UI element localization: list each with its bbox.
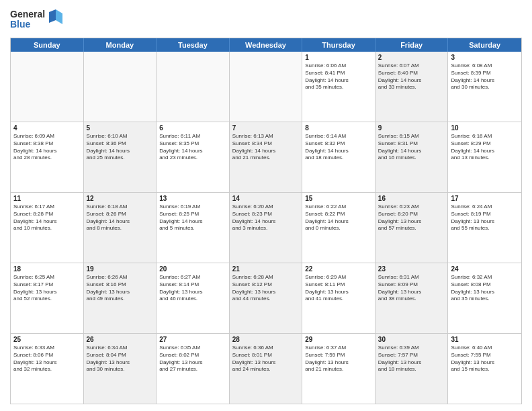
cal-cell: 22Sunrise: 6:29 AMSunset: 8:11 PMDayligh… (302, 263, 375, 333)
cal-cell: 21Sunrise: 6:28 AMSunset: 8:12 PMDayligh… (230, 263, 303, 333)
cell-info: Sunrise: 6:18 AMSunset: 8:26 PMDaylight:… (87, 203, 154, 232)
day-number: 16 (378, 195, 445, 202)
day-number: 23 (378, 265, 445, 273)
day-number: 31 (451, 336, 519, 343)
day-number: 20 (159, 265, 226, 273)
day-number: 21 (232, 265, 300, 273)
cell-info: Sunrise: 6:40 AMSunset: 7:55 PMDaylight:… (451, 345, 519, 373)
cal-cell: 31Sunrise: 6:40 AMSunset: 7:55 PMDayligh… (448, 334, 521, 404)
cal-cell: 29Sunrise: 6:37 AMSunset: 7:59 PMDayligh… (302, 334, 375, 404)
cal-cell: 1Sunrise: 6:06 AMSunset: 8:41 PMDaylight… (302, 52, 375, 122)
week-row-5: 25Sunrise: 6:33 AMSunset: 8:06 PMDayligh… (11, 333, 521, 404)
cell-info: Sunrise: 6:25 AMSunset: 8:17 PMDaylight:… (13, 274, 81, 303)
cal-cell (84, 52, 157, 122)
day-header-thursday: Thursday (302, 38, 375, 52)
cell-info: Sunrise: 6:27 AMSunset: 8:14 PMDaylight:… (159, 274, 226, 303)
day-number: 29 (305, 336, 372, 343)
cal-cell: 15Sunrise: 6:22 AMSunset: 8:22 PMDayligh… (302, 193, 375, 263)
day-number: 3 (451, 54, 519, 61)
day-header-sunday: Sunday (11, 38, 84, 52)
day-number: 4 (13, 124, 81, 132)
day-header-tuesday: Tuesday (157, 38, 230, 52)
calendar-header: SundayMondayTuesdayWednesdayThursdayFrid… (11, 38, 521, 52)
day-number: 17 (451, 195, 519, 202)
cell-info: Sunrise: 6:37 AMSunset: 7:59 PMDaylight:… (305, 345, 372, 373)
cell-info: Sunrise: 6:06 AMSunset: 8:41 PMDaylight:… (305, 62, 372, 91)
cell-info: Sunrise: 6:07 AMSunset: 8:40 PMDaylight:… (378, 62, 445, 91)
cal-cell (230, 52, 303, 122)
cal-cell: 11Sunrise: 6:17 AMSunset: 8:28 PMDayligh… (11, 193, 84, 263)
svg-marker-3 (49, 9, 56, 23)
day-header-monday: Monday (84, 38, 157, 52)
cal-cell: 25Sunrise: 6:33 AMSunset: 8:06 PMDayligh… (11, 334, 84, 404)
cal-cell: 19Sunrise: 6:26 AMSunset: 8:16 PMDayligh… (84, 263, 157, 333)
cal-cell: 7Sunrise: 6:13 AMSunset: 8:34 PMDaylight… (230, 122, 303, 192)
cal-cell: 20Sunrise: 6:27 AMSunset: 8:14 PMDayligh… (157, 263, 230, 333)
cal-cell: 8Sunrise: 6:14 AMSunset: 8:32 PMDaylight… (302, 122, 375, 192)
cal-cell: 18Sunrise: 6:25 AMSunset: 8:17 PMDayligh… (11, 263, 84, 333)
page: General Blue SundayMondayTuesdayWednesda… (0, 0, 532, 411)
cal-cell: 12Sunrise: 6:18 AMSunset: 8:26 PMDayligh… (84, 193, 157, 263)
cal-cell: 9Sunrise: 6:15 AMSunset: 8:31 PMDaylight… (375, 122, 449, 192)
cell-info: Sunrise: 6:20 AMSunset: 8:23 PMDaylight:… (232, 203, 300, 232)
cell-info: Sunrise: 6:23 AMSunset: 8:20 PMDaylight:… (378, 203, 445, 232)
day-number: 6 (159, 124, 226, 132)
cal-cell: 23Sunrise: 6:31 AMSunset: 8:09 PMDayligh… (375, 263, 449, 333)
cal-cell: 28Sunrise: 6:36 AMSunset: 8:01 PMDayligh… (230, 334, 303, 404)
cal-cell: 10Sunrise: 6:16 AMSunset: 8:29 PMDayligh… (448, 122, 521, 192)
logo-svg: General Blue (10, 7, 64, 32)
cell-info: Sunrise: 6:10 AMSunset: 8:36 PMDaylight:… (87, 133, 154, 162)
cell-info: Sunrise: 6:15 AMSunset: 8:31 PMDaylight:… (378, 133, 445, 162)
cell-info: Sunrise: 6:29 AMSunset: 8:11 PMDaylight:… (305, 274, 372, 303)
cell-info: Sunrise: 6:11 AMSunset: 8:35 PMDaylight:… (159, 133, 226, 162)
cell-info: Sunrise: 6:35 AMSunset: 8:02 PMDaylight:… (159, 345, 226, 373)
cal-cell: 26Sunrise: 6:34 AMSunset: 8:04 PMDayligh… (84, 334, 157, 404)
cell-info: Sunrise: 6:36 AMSunset: 8:01 PMDaylight:… (232, 345, 300, 373)
cell-info: Sunrise: 6:13 AMSunset: 8:34 PMDaylight:… (232, 133, 300, 162)
cal-cell: 16Sunrise: 6:23 AMSunset: 8:20 PMDayligh… (375, 193, 449, 263)
day-number: 25 (13, 336, 81, 343)
cell-info: Sunrise: 6:16 AMSunset: 8:29 PMDaylight:… (451, 133, 519, 162)
day-number: 19 (87, 265, 154, 273)
day-number: 14 (232, 195, 300, 202)
day-number: 7 (232, 124, 300, 132)
cell-info: Sunrise: 6:32 AMSunset: 8:08 PMDaylight:… (451, 274, 519, 303)
week-row-3: 11Sunrise: 6:17 AMSunset: 8:28 PMDayligh… (11, 192, 521, 263)
week-row-1: 1Sunrise: 6:06 AMSunset: 8:41 PMDaylight… (11, 52, 521, 122)
day-number: 1 (305, 54, 372, 61)
day-number: 15 (305, 195, 372, 202)
cal-cell: 6Sunrise: 6:11 AMSunset: 8:35 PMDaylight… (157, 122, 230, 192)
cal-cell: 13Sunrise: 6:19 AMSunset: 8:25 PMDayligh… (157, 193, 230, 263)
cell-info: Sunrise: 6:08 AMSunset: 8:39 PMDaylight:… (451, 62, 519, 91)
day-number: 22 (305, 265, 372, 273)
cal-cell: 2Sunrise: 6:07 AMSunset: 8:40 PMDaylight… (375, 52, 449, 122)
day-number: 27 (159, 336, 226, 343)
day-number: 8 (305, 124, 372, 132)
day-number: 2 (378, 54, 445, 61)
cell-info: Sunrise: 6:14 AMSunset: 8:32 PMDaylight:… (305, 133, 372, 162)
cal-cell: 3Sunrise: 6:08 AMSunset: 8:39 PMDaylight… (448, 52, 521, 122)
cell-info: Sunrise: 6:34 AMSunset: 8:04 PMDaylight:… (87, 345, 154, 373)
cal-cell: 4Sunrise: 6:09 AMSunset: 8:38 PMDaylight… (11, 122, 84, 192)
cal-cell: 17Sunrise: 6:24 AMSunset: 8:19 PMDayligh… (448, 193, 521, 263)
day-number: 30 (378, 336, 445, 343)
week-row-2: 4Sunrise: 6:09 AMSunset: 8:38 PMDaylight… (11, 122, 521, 192)
cal-cell: 14Sunrise: 6:20 AMSunset: 8:23 PMDayligh… (230, 193, 303, 263)
day-number: 13 (159, 195, 226, 202)
cal-cell: 24Sunrise: 6:32 AMSunset: 8:08 PMDayligh… (448, 263, 521, 333)
day-number: 26 (87, 336, 154, 343)
day-number: 28 (232, 336, 300, 343)
day-number: 12 (87, 195, 154, 202)
cell-info: Sunrise: 6:24 AMSunset: 8:19 PMDaylight:… (451, 203, 519, 232)
calendar: SundayMondayTuesdayWednesdayThursdayFrid… (10, 38, 522, 404)
day-number: 24 (451, 265, 519, 273)
day-number: 11 (13, 195, 81, 202)
day-header-wednesday: Wednesday (230, 38, 303, 52)
cell-info: Sunrise: 6:31 AMSunset: 8:09 PMDaylight:… (378, 274, 445, 303)
day-header-friday: Friday (375, 38, 449, 52)
day-header-saturday: Saturday (448, 38, 521, 52)
cell-info: Sunrise: 6:28 AMSunset: 8:12 PMDaylight:… (232, 274, 300, 303)
cell-info: Sunrise: 6:17 AMSunset: 8:28 PMDaylight:… (13, 203, 81, 232)
day-number: 10 (451, 124, 519, 132)
cell-info: Sunrise: 6:33 AMSunset: 8:06 PMDaylight:… (13, 345, 81, 373)
